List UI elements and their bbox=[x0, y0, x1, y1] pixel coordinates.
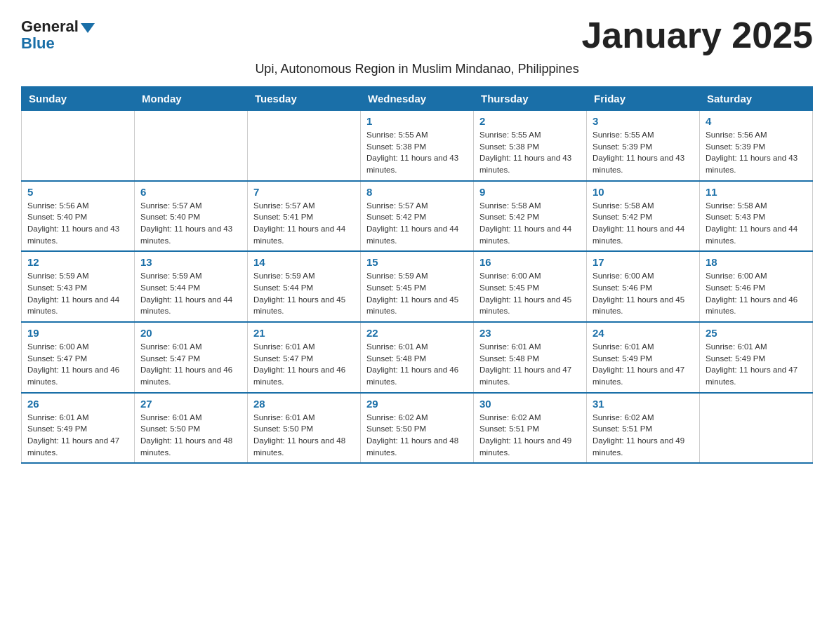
cell-day-number: 28 bbox=[253, 398, 355, 410]
cell-sun-info: Sunrise: 6:01 AMSunset: 5:47 PMDaylight:… bbox=[140, 341, 241, 388]
cell-sun-info: Sunrise: 5:57 AMSunset: 5:42 PMDaylight:… bbox=[366, 200, 468, 247]
cell-day-number: 6 bbox=[140, 186, 241, 198]
cell-day-number: 31 bbox=[593, 398, 694, 410]
cell-day-number: 7 bbox=[253, 186, 355, 198]
calendar-cell: 4Sunrise: 5:56 AMSunset: 5:39 PMDaylight… bbox=[700, 111, 813, 181]
cell-day-number: 13 bbox=[140, 256, 241, 268]
cell-sun-info: Sunrise: 5:55 AMSunset: 5:38 PMDaylight:… bbox=[479, 129, 581, 176]
cell-day-number: 24 bbox=[593, 327, 694, 339]
cell-sun-info: Sunrise: 6:00 AMSunset: 5:47 PMDaylight:… bbox=[27, 341, 128, 388]
calendar-cell: 20Sunrise: 6:01 AMSunset: 5:47 PMDayligh… bbox=[135, 322, 248, 393]
cell-day-number: 1 bbox=[366, 115, 468, 127]
cell-sun-info: Sunrise: 6:01 AMSunset: 5:49 PMDaylight:… bbox=[706, 341, 807, 388]
calendar-cell: 5Sunrise: 5:56 AMSunset: 5:40 PMDaylight… bbox=[22, 181, 135, 252]
calendar-header-cell: Wednesday bbox=[361, 87, 474, 111]
cell-sun-info: Sunrise: 5:59 AMSunset: 5:44 PMDaylight:… bbox=[253, 270, 355, 317]
calendar-cell: 18Sunrise: 6:00 AMSunset: 5:46 PMDayligh… bbox=[700, 251, 813, 322]
cell-day-number: 14 bbox=[253, 256, 355, 268]
logo-general-text: General bbox=[21, 18, 79, 36]
calendar-cell: 2Sunrise: 5:55 AMSunset: 5:38 PMDaylight… bbox=[474, 111, 587, 181]
header: General Blue January 2025 bbox=[21, 14, 813, 56]
calendar-cell: 30Sunrise: 6:02 AMSunset: 5:51 PMDayligh… bbox=[474, 393, 587, 464]
logo-blue-text: Blue bbox=[21, 34, 55, 53]
calendar-cell: 23Sunrise: 6:01 AMSunset: 5:48 PMDayligh… bbox=[474, 322, 587, 393]
cell-sun-info: Sunrise: 6:02 AMSunset: 5:51 PMDaylight:… bbox=[593, 412, 694, 459]
cell-day-number: 27 bbox=[140, 398, 241, 410]
cell-sun-info: Sunrise: 6:01 AMSunset: 5:48 PMDaylight:… bbox=[366, 341, 468, 388]
calendar-cell: 25Sunrise: 6:01 AMSunset: 5:49 PMDayligh… bbox=[700, 322, 813, 393]
cell-day-number: 18 bbox=[706, 256, 807, 268]
calendar-week-row: 19Sunrise: 6:00 AMSunset: 5:47 PMDayligh… bbox=[22, 322, 813, 393]
calendar-header-cell: Thursday bbox=[474, 87, 587, 111]
logo-general: General bbox=[21, 18, 95, 36]
calendar-week-row: 12Sunrise: 5:59 AMSunset: 5:43 PMDayligh… bbox=[22, 251, 813, 322]
cell-day-number: 4 bbox=[706, 115, 807, 127]
cell-day-number: 5 bbox=[27, 186, 128, 198]
cell-sun-info: Sunrise: 5:58 AMSunset: 5:43 PMDaylight:… bbox=[706, 200, 807, 247]
cell-sun-info: Sunrise: 5:58 AMSunset: 5:42 PMDaylight:… bbox=[479, 200, 581, 247]
calendar-cell: 29Sunrise: 6:02 AMSunset: 5:50 PMDayligh… bbox=[361, 393, 474, 464]
calendar-header-cell: Saturday bbox=[700, 87, 813, 111]
calendar-cell: 10Sunrise: 5:58 AMSunset: 5:42 PMDayligh… bbox=[587, 181, 700, 252]
calendar-cell: 12Sunrise: 5:59 AMSunset: 5:43 PMDayligh… bbox=[22, 251, 135, 322]
calendar-week-row: 1Sunrise: 5:55 AMSunset: 5:38 PMDaylight… bbox=[22, 111, 813, 181]
cell-sun-info: Sunrise: 5:57 AMSunset: 5:41 PMDaylight:… bbox=[253, 200, 355, 247]
calendar-cell: 15Sunrise: 5:59 AMSunset: 5:45 PMDayligh… bbox=[361, 251, 474, 322]
cell-day-number: 16 bbox=[479, 256, 581, 268]
cell-sun-info: Sunrise: 5:56 AMSunset: 5:39 PMDaylight:… bbox=[706, 129, 807, 176]
cell-day-number: 25 bbox=[706, 327, 807, 339]
cell-day-number: 12 bbox=[27, 256, 128, 268]
cell-day-number: 8 bbox=[366, 186, 468, 198]
cell-sun-info: Sunrise: 5:59 AMSunset: 5:43 PMDaylight:… bbox=[27, 270, 128, 317]
cell-day-number: 11 bbox=[706, 186, 807, 198]
calendar-cell: 16Sunrise: 6:00 AMSunset: 5:45 PMDayligh… bbox=[474, 251, 587, 322]
calendar-cell: 1Sunrise: 5:55 AMSunset: 5:38 PMDaylight… bbox=[361, 111, 474, 181]
cell-sun-info: Sunrise: 5:58 AMSunset: 5:42 PMDaylight:… bbox=[593, 200, 694, 247]
cell-sun-info: Sunrise: 6:00 AMSunset: 5:46 PMDaylight:… bbox=[706, 270, 807, 317]
cell-day-number: 21 bbox=[253, 327, 355, 339]
calendar-table: SundayMondayTuesdayWednesdayThursdayFrid… bbox=[21, 86, 813, 464]
cell-sun-info: Sunrise: 6:02 AMSunset: 5:51 PMDaylight:… bbox=[479, 412, 581, 459]
calendar-cell bbox=[248, 111, 361, 181]
cell-sun-info: Sunrise: 6:01 AMSunset: 5:49 PMDaylight:… bbox=[27, 412, 128, 459]
cell-sun-info: Sunrise: 5:59 AMSunset: 5:45 PMDaylight:… bbox=[366, 270, 468, 317]
cell-sun-info: Sunrise: 5:59 AMSunset: 5:44 PMDaylight:… bbox=[140, 270, 241, 317]
calendar-cell: 19Sunrise: 6:00 AMSunset: 5:47 PMDayligh… bbox=[22, 322, 135, 393]
cell-sun-info: Sunrise: 5:55 AMSunset: 5:38 PMDaylight:… bbox=[366, 129, 468, 176]
cell-sun-info: Sunrise: 5:56 AMSunset: 5:40 PMDaylight:… bbox=[27, 200, 128, 247]
calendar-header-cell: Sunday bbox=[22, 87, 135, 111]
cell-day-number: 22 bbox=[366, 327, 468, 339]
calendar-cell: 11Sunrise: 5:58 AMSunset: 5:43 PMDayligh… bbox=[700, 181, 813, 252]
calendar-cell: 8Sunrise: 5:57 AMSunset: 5:42 PMDaylight… bbox=[361, 181, 474, 252]
calendar-cell: 14Sunrise: 5:59 AMSunset: 5:44 PMDayligh… bbox=[248, 251, 361, 322]
logo-arrow-icon bbox=[81, 23, 95, 33]
cell-sun-info: Sunrise: 6:02 AMSunset: 5:50 PMDaylight:… bbox=[366, 412, 468, 459]
calendar-cell: 17Sunrise: 6:00 AMSunset: 5:46 PMDayligh… bbox=[587, 251, 700, 322]
cell-sun-info: Sunrise: 6:01 AMSunset: 5:49 PMDaylight:… bbox=[593, 341, 694, 388]
calendar-cell: 24Sunrise: 6:01 AMSunset: 5:49 PMDayligh… bbox=[587, 322, 700, 393]
cell-day-number: 9 bbox=[479, 186, 581, 198]
cell-day-number: 19 bbox=[27, 327, 128, 339]
cell-day-number: 20 bbox=[140, 327, 241, 339]
calendar-cell: 9Sunrise: 5:58 AMSunset: 5:42 PMDaylight… bbox=[474, 181, 587, 252]
page-title: January 2025 bbox=[581, 14, 813, 56]
cell-day-number: 15 bbox=[366, 256, 468, 268]
calendar-header-cell: Tuesday bbox=[248, 87, 361, 111]
cell-day-number: 17 bbox=[593, 256, 694, 268]
calendar-week-row: 26Sunrise: 6:01 AMSunset: 5:49 PMDayligh… bbox=[22, 393, 813, 464]
calendar-cell: 13Sunrise: 5:59 AMSunset: 5:44 PMDayligh… bbox=[135, 251, 248, 322]
calendar-header-row: SundayMondayTuesdayWednesdayThursdayFrid… bbox=[22, 87, 813, 111]
subtitle: Upi, Autonomous Region in Muslim Mindana… bbox=[21, 62, 813, 76]
calendar-week-row: 5Sunrise: 5:56 AMSunset: 5:40 PMDaylight… bbox=[22, 181, 813, 252]
cell-day-number: 30 bbox=[479, 398, 581, 410]
cell-day-number: 29 bbox=[366, 398, 468, 410]
logo: General Blue bbox=[21, 14, 95, 53]
calendar-cell: 3Sunrise: 5:55 AMSunset: 5:39 PMDaylight… bbox=[587, 111, 700, 181]
cell-day-number: 26 bbox=[27, 398, 128, 410]
cell-sun-info: Sunrise: 6:01 AMSunset: 5:47 PMDaylight:… bbox=[253, 341, 355, 388]
cell-sun-info: Sunrise: 6:01 AMSunset: 5:50 PMDaylight:… bbox=[140, 412, 241, 459]
calendar-cell: 6Sunrise: 5:57 AMSunset: 5:40 PMDaylight… bbox=[135, 181, 248, 252]
calendar-header-cell: Monday bbox=[135, 87, 248, 111]
cell-sun-info: Sunrise: 6:01 AMSunset: 5:50 PMDaylight:… bbox=[253, 412, 355, 459]
calendar-cell: 31Sunrise: 6:02 AMSunset: 5:51 PMDayligh… bbox=[587, 393, 700, 464]
